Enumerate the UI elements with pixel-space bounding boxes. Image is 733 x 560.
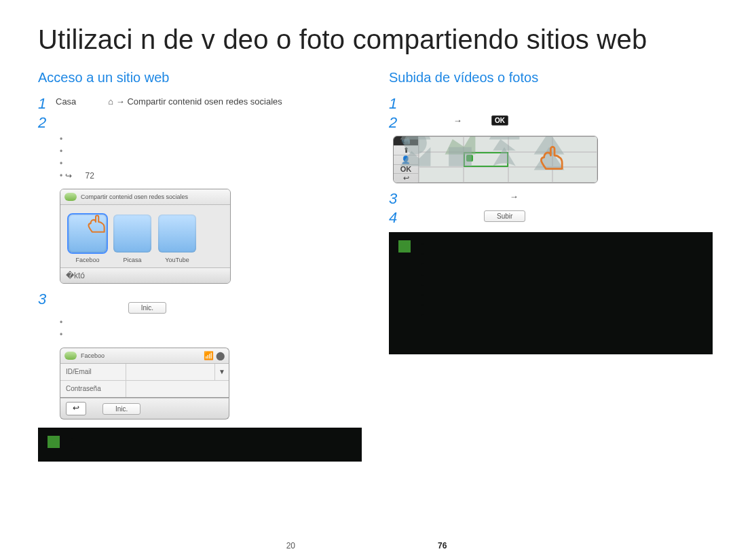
ref-arrow-icon: ↪	[65, 171, 72, 181]
step-2: 2	[38, 115, 362, 130]
section-upload: Subida de vídeos o fotos 1 2 → OK	[389, 70, 713, 462]
share-picker-screen: Compartir contenid osen redes sociales F…	[60, 189, 231, 284]
login-title: Faceboo	[81, 352, 105, 359]
tile-facebook[interactable]	[69, 214, 107, 253]
login-screen: Faceboo 📶 ⬤ ID/Email ▼ Contraseña	[60, 348, 229, 419]
cloud-icon	[64, 352, 77, 360]
page-number: 76	[438, 541, 447, 550]
arrow-icon: →	[453, 115, 462, 126]
home-label: Casa	[56, 96, 76, 107]
chevron-down-icon[interactable]: ▼	[214, 364, 229, 380]
step-3-bullets	[60, 316, 362, 341]
wifi-icon: �któ	[66, 271, 85, 280]
step-2r: 2 → OK	[389, 115, 713, 130]
ok-key-icon: OK	[491, 115, 508, 126]
step-3r: 3 →	[389, 191, 713, 206]
svg-rect-1	[449, 147, 472, 166]
back-button[interactable]: ↩	[66, 402, 86, 415]
page-ref: 72	[86, 171, 94, 181]
step-number: 4	[389, 210, 400, 225]
step-2-bullets: ↪ 72	[60, 133, 362, 182]
arrow-icon: →	[116, 96, 128, 107]
heading-upload: Subida de vídeos o fotos	[389, 70, 713, 86]
arrow-icon: →	[510, 191, 519, 202]
note-box-left	[38, 428, 362, 462]
login-button-inline[interactable]: Inic.	[128, 302, 166, 314]
id-label: ID/Email	[60, 364, 126, 380]
page-title: Utilizaci n de v deo o foto compartiendo…	[38, 24, 713, 55]
tap-hand-icon	[531, 136, 569, 174]
step-number: 1	[38, 96, 49, 111]
password-field[interactable]	[126, 381, 229, 397]
note-icon	[398, 240, 411, 253]
step-number: 1	[389, 96, 400, 111]
heading-access: Acceso a un sitio web	[38, 70, 362, 86]
password-label: Contraseña	[60, 381, 126, 397]
tile-label: YouTube	[158, 257, 196, 263]
step-1r: 1	[389, 96, 713, 111]
upload-button-inline[interactable]: Subir	[484, 210, 525, 222]
side-back-button[interactable]: ↩	[394, 174, 418, 183]
tile-youtube[interactable]	[158, 214, 196, 253]
step-4r: 4 Subir	[389, 210, 713, 225]
step-1: 1 Casa ⌂ → Compartir contenid osen redes…	[38, 96, 362, 111]
note-icon	[48, 436, 60, 448]
section-access-website: Acceso a un sitio web 1 Casa ⌂ → Compart…	[38, 70, 362, 462]
thumbnail-grid-screen: 📹 ⬆ 👤 OK ↩	[393, 136, 598, 183]
email-field[interactable]	[126, 364, 214, 380]
share-label: Compartir contenid osen redes sociales	[127, 96, 282, 107]
home-icon: ⌂	[108, 96, 113, 107]
tile-label: Faceboo	[69, 257, 107, 263]
tap-hand-icon	[81, 208, 109, 236]
footer-left: 20	[286, 541, 295, 550]
share-picker-title: Compartir contenid osen redes sociales	[81, 193, 188, 200]
note-box-right	[389, 232, 713, 354]
step-number: 2	[38, 115, 49, 130]
login-submit-button[interactable]: Inic.	[102, 403, 140, 415]
step-number: 3	[38, 292, 49, 307]
tile-label: Picasa	[113, 257, 151, 263]
wifi-signal-icon: 📶 ⬤	[204, 351, 225, 360]
step-3: 3 Inic.	[38, 292, 362, 314]
tile-picasa[interactable]	[113, 214, 151, 253]
step-number: 3	[389, 191, 400, 206]
cloud-icon	[64, 193, 77, 201]
step-number: 2	[389, 115, 400, 130]
